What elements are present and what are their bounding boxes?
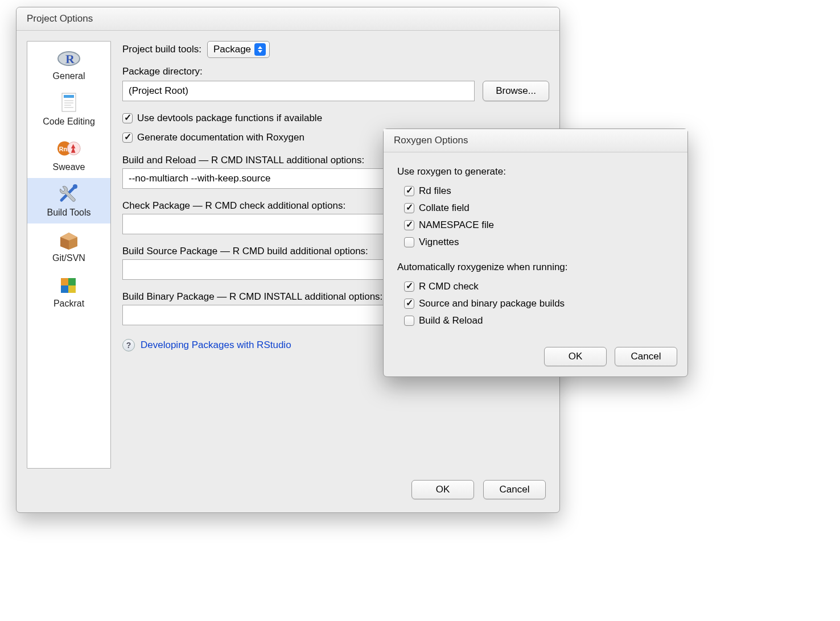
- svg-rect-18: [61, 285, 68, 293]
- dialog-footer: OK Cancel: [27, 480, 549, 507]
- sidebar-item-label: Packrat: [53, 299, 84, 309]
- svg-rect-3: [64, 95, 74, 98]
- browse-button[interactable]: Browse...: [483, 81, 549, 101]
- svg-rect-16: [61, 278, 68, 285]
- source-binary-checkbox[interactable]: [404, 299, 414, 309]
- help-link[interactable]: Developing Packages with RStudio: [141, 340, 291, 351]
- package-dir-input[interactable]: [122, 81, 475, 101]
- sidebar-item-label: General: [53, 71, 85, 81]
- r-logo-icon: R: [56, 46, 81, 69]
- sidebar-item-build-tools[interactable]: Build Tools: [27, 178, 110, 223]
- rcmd-check-checkbox[interactable]: [404, 281, 414, 292]
- roxygen-auto-label: Automatically roxygenize when running:: [397, 262, 674, 273]
- svg-rect-17: [68, 278, 76, 285]
- help-icon: ?: [122, 339, 135, 351]
- project-build-tools-label: Project build tools:: [122, 44, 201, 55]
- sidebar: R General Code Editing: [27, 41, 111, 469]
- roxygen-body: Use roxygen to generate: Rd files Collat…: [384, 152, 687, 340]
- sweave-icon: Rnw: [56, 137, 81, 160]
- sidebar-item-code-editing[interactable]: Code Editing: [27, 87, 110, 133]
- chevron-updown-icon: [254, 43, 266, 56]
- svg-rect-19: [68, 285, 76, 293]
- source-binary-label: Source and binary package builds: [419, 298, 565, 309]
- build-reload-label: Build & Reload: [419, 315, 483, 326]
- sidebar-item-label: Build Tools: [47, 208, 90, 218]
- project-build-tools-select[interactable]: Package: [207, 41, 270, 58]
- select-value: Package: [213, 44, 251, 55]
- packrat-icon: [56, 274, 81, 296]
- devtools-checkbox[interactable]: [122, 113, 133, 123]
- box-icon: [56, 228, 81, 251]
- namespace-checkbox[interactable]: [404, 220, 414, 230]
- document-icon: [56, 92, 81, 114]
- sidebar-item-packrat[interactable]: Packrat: [27, 269, 110, 314]
- collate-checkbox[interactable]: [404, 203, 414, 213]
- svg-point-12: [73, 184, 77, 189]
- tools-icon: [56, 183, 81, 205]
- sidebar-item-sweave[interactable]: Rnw Sweave: [27, 133, 110, 178]
- package-dir-label: Package directory:: [122, 66, 549, 77]
- roxygen-checkbox[interactable]: [122, 133, 133, 143]
- vignettes-label: Vignettes: [419, 237, 459, 248]
- roxygen-cancel-button[interactable]: Cancel: [615, 347, 677, 366]
- collate-label: Collate field: [419, 202, 470, 214]
- build-reload-checkbox[interactable]: [404, 316, 414, 326]
- dialog-title: Project Options: [17, 7, 559, 31]
- roxygen-footer: OK Cancel: [384, 340, 687, 376]
- sidebar-item-git-svn[interactable]: Git/SVN: [27, 223, 110, 269]
- roxygen-label: Generate documentation with Roxygen: [137, 132, 304, 143]
- namespace-label: NAMESPACE file: [419, 220, 494, 231]
- sidebar-item-label: Sweave: [53, 162, 85, 172]
- roxygen-ok-button[interactable]: OK: [544, 347, 607, 366]
- rd-files-label: Rd files: [419, 185, 451, 197]
- svg-text:R: R: [65, 52, 75, 66]
- cancel-button[interactable]: Cancel: [483, 480, 546, 499]
- roxygen-generate-label: Use roxygen to generate:: [397, 166, 674, 177]
- sidebar-item-label: Git/SVN: [52, 253, 85, 263]
- rd-files-checkbox[interactable]: [404, 186, 414, 196]
- roxygen-dialog-title: Roxygen Options: [384, 129, 687, 152]
- devtools-label: Use devtools package functions if availa…: [137, 113, 322, 124]
- sidebar-item-label: Code Editing: [43, 117, 95, 127]
- roxygen-options-dialog: Roxygen Options Use roxygen to generate:…: [383, 129, 688, 377]
- rcmd-check-label: R CMD check: [419, 281, 479, 292]
- ok-button[interactable]: OK: [411, 480, 474, 499]
- sidebar-item-general[interactable]: R General: [27, 42, 110, 87]
- vignettes-checkbox[interactable]: [404, 237, 414, 247]
